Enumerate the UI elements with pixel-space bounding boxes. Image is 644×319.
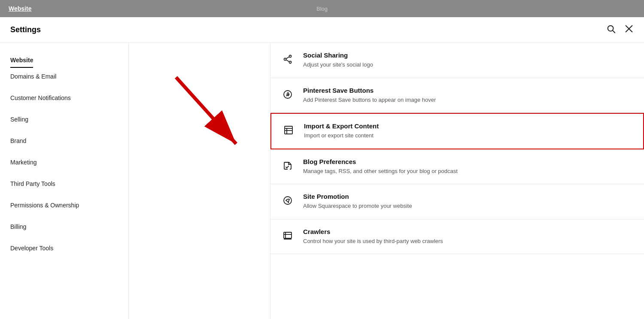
site-promotion-name: Site Promotion xyxy=(303,193,634,200)
crawlers-desc: Control how your site is used by third-p… xyxy=(303,237,634,246)
svg-rect-17 xyxy=(284,232,292,238)
social-sharing-text: Social Sharing Adjust your site's social… xyxy=(303,52,634,69)
svg-line-1 xyxy=(613,30,615,33)
sidebar: Website Domains & Email Customer Notific… xyxy=(0,43,129,319)
svg-rect-16 xyxy=(284,197,292,204)
promotion-icon xyxy=(281,194,295,207)
blog-preferences-desc: Manage tags, RSS, and other settings for… xyxy=(303,167,634,176)
blog-preferences-name: Blog Preferences xyxy=(303,158,634,165)
blog-preferences-text: Blog Preferences Manage tags, RSS, and o… xyxy=(303,158,634,176)
sidebar-item-brand[interactable]: Brand xyxy=(10,134,118,148)
svg-point-7 xyxy=(284,58,286,61)
svg-line-5 xyxy=(176,77,236,144)
pinterest-text: Pinterest Save Buttons Add Pinterest Sav… xyxy=(303,87,634,104)
blog-icon xyxy=(281,159,295,173)
pinterest-icon xyxy=(281,88,295,101)
search-icon[interactable] xyxy=(606,24,616,36)
sidebar-item-marketing[interactable]: Marketing xyxy=(10,155,118,169)
close-icon[interactable] xyxy=(624,24,634,36)
svg-point-6 xyxy=(289,55,292,58)
import-export-card[interactable]: Import & Export Content Import or export… xyxy=(270,113,644,149)
top-bar: Website Blog xyxy=(0,0,644,17)
settings-title: Settings xyxy=(10,25,41,34)
import-export-desc: Import or export site content xyxy=(304,131,633,140)
settings-header-icons xyxy=(606,24,634,36)
sidebar-item-third-party-tools[interactable]: Third Party Tools xyxy=(10,177,118,191)
sidebar-item-domains[interactable]: Domains & Email xyxy=(10,70,118,83)
crawlers-card[interactable]: Crawlers Control how your site is used b… xyxy=(270,219,644,255)
middle-panel xyxy=(129,43,270,319)
red-arrow xyxy=(142,64,253,159)
sidebar-item-selling[interactable]: Selling xyxy=(10,112,118,126)
svg-line-9 xyxy=(286,57,289,58)
pinterest-desc: Add Pinterest Save buttons to appear on … xyxy=(303,96,634,104)
pinterest-card[interactable]: Pinterest Save Buttons Add Pinterest Sav… xyxy=(270,78,644,113)
sidebar-item-billing[interactable]: Billing xyxy=(10,220,118,234)
sidebar-item-website[interactable]: Website xyxy=(10,53,33,68)
sidebar-item-developer-tools[interactable]: Developer Tools xyxy=(10,241,118,255)
settings-header: Settings xyxy=(0,17,644,43)
import-export-text: Import & Export Content Import or export… xyxy=(304,122,633,140)
import-export-name: Import & Export Content xyxy=(304,122,633,130)
right-panel: Social Sharing Adjust your site's social… xyxy=(270,43,644,319)
svg-point-8 xyxy=(289,61,292,64)
settings-panel: Settings Website Domains & Email Custome… xyxy=(0,17,644,319)
import-export-icon xyxy=(282,123,295,137)
pinterest-name: Pinterest Save Buttons xyxy=(303,87,634,94)
svg-line-10 xyxy=(286,60,289,61)
svg-rect-12 xyxy=(285,126,292,134)
share-icon xyxy=(281,52,295,66)
top-bar-blog: Blog xyxy=(316,6,328,12)
crawlers-icon xyxy=(281,229,295,243)
blog-preferences-card[interactable]: Blog Preferences Manage tags, RSS, and o… xyxy=(270,149,644,185)
main-content: Website Domains & Email Customer Notific… xyxy=(0,43,644,319)
sidebar-item-permissions[interactable]: Permissions & Ownership xyxy=(10,198,118,212)
crawlers-text: Crawlers Control how your site is used b… xyxy=(303,228,634,246)
social-sharing-desc: Adjust your site's social logo xyxy=(303,61,634,69)
site-promotion-desc: Allow Squarespace to promote your websit… xyxy=(303,202,634,210)
top-bar-title[interactable]: Website xyxy=(9,5,31,12)
social-sharing-name: Social Sharing xyxy=(303,52,634,59)
site-promotion-card[interactable]: Site Promotion Allow Squarespace to prom… xyxy=(270,184,644,219)
sidebar-item-customer-notifications[interactable]: Customer Notifications xyxy=(10,91,118,105)
crawlers-name: Crawlers xyxy=(303,228,634,235)
social-sharing-card[interactable]: Social Sharing Adjust your site's social… xyxy=(270,43,644,78)
site-promotion-text: Site Promotion Allow Squarespace to prom… xyxy=(303,193,634,210)
